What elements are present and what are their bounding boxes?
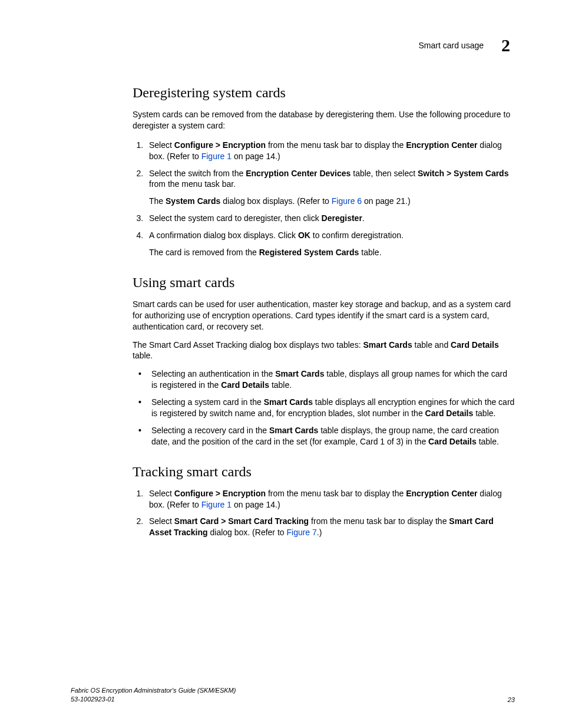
main-content: Deregistering system cards System cards … (71, 85, 515, 538)
footer-doc-title: Fabric OS Encryption Administrator's Gui… (71, 686, 236, 694)
heading-using-smart-cards: Using smart cards (133, 275, 515, 291)
deregister-step-4: A confirmation dialog box displays. Clic… (146, 230, 515, 258)
heading-tracking-smart-cards: Tracking smart cards (133, 464, 515, 480)
deregister-step-2: Select the switch from the Encryption Ce… (146, 168, 515, 207)
heading-deregistering: Deregistering system cards (133, 85, 515, 101)
tracking-step-2: Select Smart Card > Smart Card Tracking … (146, 516, 515, 538)
using-para-2: The Smart Card Asset Tracking dialog box… (133, 340, 515, 362)
link-figure-1[interactable]: Figure 1 (201, 151, 232, 161)
deregister-step-3: Select the system card to deregister, th… (146, 213, 515, 224)
using-bullets: Selecting an authentication in the Smart… (133, 368, 515, 447)
link-figure-1-b[interactable]: Figure 1 (201, 500, 232, 509)
deregister-step-4-note: The card is removed from the Registered … (149, 247, 515, 258)
using-bullet-3: Selecting a recovery card in the Smart C… (144, 425, 515, 447)
footer-doc-number: 53-1002923-01 (71, 695, 236, 703)
header-section-title: Smart card usage (419, 41, 484, 50)
link-figure-6[interactable]: Figure 6 (332, 196, 362, 206)
chapter-number: 2 (501, 35, 510, 55)
tracking-step-1: Select Configure > Encryption from the m… (146, 488, 515, 510)
using-bullet-2: Selecting a system card in the Smart Car… (144, 397, 515, 419)
using-bullet-1: Selecting an authentication in the Smart… (144, 368, 515, 391)
page: Smart card usage 2 Deregistering system … (0, 0, 562, 728)
deregister-step-2-note: The System Cards dialog box displays. (R… (149, 196, 515, 207)
deregister-intro: System cards can be removed from the dat… (133, 109, 515, 131)
link-figure-7[interactable]: Figure 7 (286, 528, 316, 537)
deregister-step-1: Select Configure > Encryption from the m… (146, 140, 515, 162)
using-para-1: Smart cards can be used for user authent… (133, 299, 515, 332)
page-footer: Fabric OS Encryption Administrator's Gui… (71, 686, 515, 703)
footer-doc-info: Fabric OS Encryption Administrator's Gui… (71, 686, 236, 703)
deregister-steps: Select Configure > Encryption from the m… (133, 140, 515, 258)
tracking-steps: Select Configure > Encryption from the m… (133, 488, 515, 539)
page-header: Smart card usage 2 (71, 35, 510, 55)
footer-page-number: 23 (508, 696, 515, 703)
